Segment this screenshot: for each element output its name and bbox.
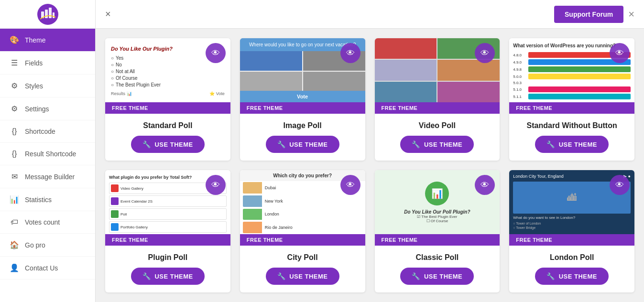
use-theme-button-standard-without-button[interactable]: 🔧 USE THEME bbox=[535, 136, 609, 153]
sidebar-item-shortcode[interactable]: {} Shortcode bbox=[0, 120, 95, 143]
theme-preview-london-poll[interactable]: London City Tour, England▶ ● 🏙 What do y… bbox=[509, 170, 634, 234]
go-pro-icon: 🏠 bbox=[10, 240, 19, 249]
sidebar-item-votes-count[interactable]: 🏷 Votes count bbox=[0, 211, 95, 234]
settings-icon: ⚙ bbox=[10, 104, 19, 113]
theme-preview-image-poll[interactable]: Where would you like to go on your next … bbox=[240, 38, 365, 102]
sidebar-item-styles[interactable]: ⚙ Styles bbox=[0, 75, 95, 97]
theme-card-london-poll: London City Tour, England▶ ● 🏙 What do y… bbox=[509, 170, 634, 292]
use-theme-label-do-you-like: USE THEME bbox=[424, 273, 462, 280]
use-theme-label-standard-without-button: USE THEME bbox=[559, 141, 597, 148]
use-theme-label-london-poll: USE THEME bbox=[559, 273, 597, 280]
theme-card-body-london-poll: London Poll 🔧 USE THEME bbox=[509, 246, 634, 292]
preview-eye-london-poll[interactable]: 👁 bbox=[610, 175, 630, 195]
preview-eye-do-you-like[interactable]: 👁 bbox=[475, 175, 495, 195]
use-theme-button-plugin-poll[interactable]: 🔧 USE THEME bbox=[131, 268, 205, 285]
sidebar-label-result-shortcode: Result Shortcode bbox=[25, 150, 76, 158]
free-badge-image-poll: FREE THEME bbox=[240, 102, 365, 114]
preview-eye-city-poll[interactable]: 👁 bbox=[340, 175, 360, 195]
use-theme-label-plugin-poll: USE THEME bbox=[154, 273, 193, 280]
sidebar-label-styles: Styles bbox=[25, 82, 43, 90]
sidebar-label-message-builder: Message Builder bbox=[25, 173, 75, 181]
topbar-x-button[interactable]: × bbox=[628, 8, 634, 21]
use-theme-button-video-poll[interactable]: 🔧 USE THEME bbox=[400, 136, 474, 153]
topbar-close-button[interactable]: × bbox=[105, 9, 111, 20]
theme-preview-do-you-like[interactable]: 📊 Do You Like Our Poll Plugin? ☑ The Bes… bbox=[375, 170, 500, 234]
free-badge-video-poll: FREE THEME bbox=[375, 102, 500, 114]
sidebar-item-result-shortcode[interactable]: {} Result Shortcode bbox=[0, 143, 95, 165]
preview-eye-plugin-poll[interactable]: 👁 bbox=[206, 175, 226, 195]
use-theme-icon-standard-poll: 🔧 bbox=[142, 140, 151, 148]
theme-preview-city-poll[interactable]: Which city do you prefer?DubaiNew YorkLo… bbox=[240, 170, 365, 234]
free-badge-standard-without-button: FREE THEME bbox=[509, 102, 634, 114]
logo-icon bbox=[37, 4, 58, 25]
message-builder-icon: ✉ bbox=[10, 172, 19, 181]
styles-icon: ⚙ bbox=[10, 81, 19, 90]
use-theme-icon-city-poll: 🔧 bbox=[277, 272, 286, 280]
theme-preview-standard-without-button[interactable]: What version of WordPress are you runnin… bbox=[509, 38, 634, 102]
theme-name-city-poll: City Poll bbox=[287, 253, 318, 262]
sidebar-item-go-pro[interactable]: 🏠 Go pro bbox=[0, 234, 95, 257]
use-theme-button-london-poll[interactable]: 🔧 USE THEME bbox=[535, 268, 609, 285]
svg-rect-2 bbox=[45, 10, 48, 18]
theme-preview-plugin-poll[interactable]: What plugin do you prefer by Total Soft?… bbox=[105, 170, 230, 234]
use-theme-icon-standard-without-button: 🔧 bbox=[546, 140, 555, 148]
free-badge-city-poll: FREE THEME bbox=[240, 234, 365, 246]
topbar: × Support Forum × bbox=[96, 0, 644, 29]
sidebar-label-theme: Theme bbox=[25, 36, 46, 44]
use-theme-button-city-poll[interactable]: 🔧 USE THEME bbox=[266, 268, 339, 285]
theme-card-body-city-poll: City Poll 🔧 USE THEME bbox=[240, 246, 365, 292]
free-badge-london-poll: FREE THEME bbox=[509, 234, 634, 246]
use-theme-icon-image-poll: 🔧 bbox=[277, 140, 286, 148]
preview-eye-video-poll[interactable]: 👁 bbox=[475, 43, 495, 63]
sidebar-label-votes-count: Votes count bbox=[25, 218, 60, 226]
theme-card-body-plugin-poll: Plugin Poll 🔧 USE THEME bbox=[105, 246, 230, 292]
theme-icon: 🎨 bbox=[10, 35, 19, 44]
preview-eye-standard-poll[interactable]: 👁 bbox=[206, 43, 226, 63]
use-theme-button-image-poll[interactable]: 🔧 USE THEME bbox=[266, 136, 339, 153]
sidebar-label-fields: Fields bbox=[25, 59, 43, 67]
use-theme-icon-do-you-like: 🔧 bbox=[412, 272, 420, 280]
sidebar-item-contact-us[interactable]: 👤 Contact Us bbox=[0, 257, 95, 280]
free-badge-do-you-like: FREE THEME bbox=[375, 234, 500, 246]
free-badge-standard-poll: FREE THEME bbox=[105, 102, 230, 114]
theme-card-body-video-poll: Video Poll 🔧 USE THEME bbox=[375, 114, 500, 161]
sidebar-item-statistics[interactable]: 📊 Statistics bbox=[0, 188, 95, 211]
sidebar-label-shortcode: Shortcode bbox=[25, 128, 55, 135]
preview-eye-image-poll[interactable]: 👁 bbox=[340, 43, 360, 63]
contact-us-icon: 👤 bbox=[10, 263, 19, 272]
theme-preview-standard-poll[interactable]: Do You Like Our Plugin? ○ Yes ○ No ○ Not… bbox=[105, 38, 230, 102]
use-theme-button-standard-poll[interactable]: 🔧 USE THEME bbox=[131, 136, 205, 153]
sidebar-item-settings[interactable]: ⚙ Settings bbox=[0, 97, 95, 120]
theme-card-image-poll: Where would you like to go on your next … bbox=[240, 38, 365, 161]
use-theme-label-image-poll: USE THEME bbox=[289, 141, 327, 148]
sidebar-label-statistics: Statistics bbox=[25, 196, 52, 204]
theme-card-plugin-poll: What plugin do you prefer by Total Soft?… bbox=[105, 170, 230, 292]
themes-grid: Do You Like Our Plugin? ○ Yes ○ No ○ Not… bbox=[96, 29, 644, 302]
preview-eye-standard-without-button[interactable]: 👁 bbox=[610, 43, 630, 63]
svg-rect-3 bbox=[49, 8, 52, 18]
theme-name-video-poll: Video Poll bbox=[419, 121, 456, 130]
theme-card-body-do-you-like: Classic Poll 🔧 USE THEME bbox=[375, 246, 500, 292]
sidebar-label-settings: Settings bbox=[25, 105, 49, 113]
shortcode-icon: {} bbox=[10, 127, 19, 136]
theme-card-standard-without-button: What version of WordPress are you runnin… bbox=[509, 38, 634, 161]
use-theme-label-standard-poll: USE THEME bbox=[154, 141, 193, 148]
theme-name-london-poll: London Poll bbox=[550, 253, 594, 262]
svg-rect-4 bbox=[53, 12, 55, 18]
theme-name-image-poll: Image Poll bbox=[284, 121, 322, 130]
theme-card-video-poll: 👁 FREE THEME Video Poll 🔧 USE THEME bbox=[375, 38, 500, 161]
use-theme-button-do-you-like[interactable]: 🔧 USE THEME bbox=[400, 268, 474, 285]
sidebar-label-go-pro: Go pro bbox=[25, 241, 45, 249]
theme-card-body-standard-without-button: Standard Without Button 🔧 USE THEME bbox=[509, 114, 634, 161]
sidebar-item-fields[interactable]: ☰ Fields bbox=[0, 52, 95, 75]
support-forum-button[interactable]: Support Forum bbox=[554, 6, 623, 23]
theme-card-standard-poll: Do You Like Our Plugin? ○ Yes ○ No ○ Not… bbox=[105, 38, 230, 161]
topbar-left: × bbox=[105, 9, 111, 20]
use-theme-label-city-poll: USE THEME bbox=[289, 273, 327, 280]
sidebar-item-message-builder[interactable]: ✉ Message Builder bbox=[0, 165, 95, 188]
theme-preview-video-poll[interactable]: 👁 bbox=[375, 38, 500, 102]
sidebar-logo bbox=[0, 0, 95, 29]
main-content: × Support Forum × Do You Like Our Plugin… bbox=[96, 0, 644, 302]
sidebar-item-theme[interactable]: 🎨 Theme bbox=[0, 29, 95, 52]
sidebar-label-contact-us: Contact Us bbox=[25, 264, 58, 272]
